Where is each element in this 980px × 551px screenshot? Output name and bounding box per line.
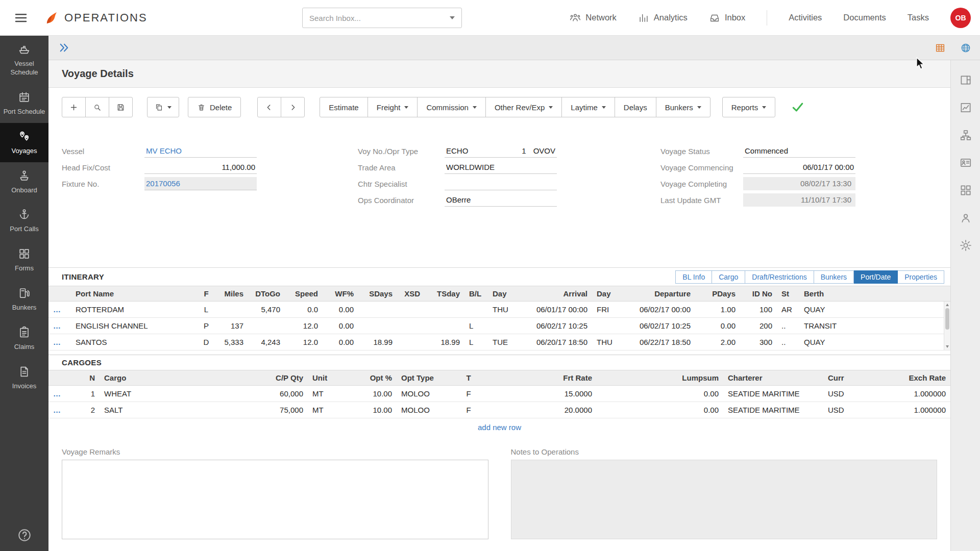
cell-bl[interactable]: L: [464, 334, 488, 350]
cell-miles[interactable]: [216, 302, 248, 318]
cell-frt-rate[interactable]: 20.0000: [483, 402, 597, 418]
cell-tsday[interactable]: 18.99: [425, 334, 464, 350]
delete-button[interactable]: Delete: [188, 97, 241, 117]
cell-arrival-day[interactable]: TUE: [488, 334, 521, 350]
cell-f[interactable]: D: [196, 334, 216, 350]
cell-sdays[interactable]: [358, 302, 397, 318]
scroll-thumb[interactable]: [945, 308, 949, 330]
notes-to-operations-input[interactable]: [511, 460, 938, 539]
add-new-row-link[interactable]: add new row: [48, 418, 950, 436]
cell-exch-rate[interactable]: 1.000000: [863, 386, 950, 402]
sidebar-item-claims[interactable]: Claims: [0, 319, 48, 358]
toolbar-button-estimate[interactable]: Estimate: [320, 97, 368, 117]
search-record-button[interactable]: [85, 97, 109, 117]
cell-bl[interactable]: [464, 302, 488, 318]
cell-opt-pct[interactable]: 10.00: [339, 386, 397, 402]
cell-xsd[interactable]: [397, 318, 425, 334]
sidebar-item-port-schedule[interactable]: Port Schedule: [0, 84, 48, 123]
itinerary-row[interactable]: … ENGLISH CHANNEL P 137 12.0 0.00 L 06/0…: [48, 318, 950, 334]
tool-gear[interactable]: [959, 239, 973, 253]
help-icon[interactable]: [17, 528, 32, 543]
nav-tasks[interactable]: Tasks: [908, 13, 929, 22]
cell-dtogo[interactable]: [248, 318, 285, 334]
cell-pdays[interactable]: 0.00: [695, 318, 740, 334]
cell-arrival[interactable]: 06/20/17 18:50: [521, 334, 592, 350]
tool-grid-tiles[interactable]: [959, 184, 973, 198]
tool-hierarchy[interactable]: [959, 129, 973, 143]
cell-arrival-day[interactable]: [488, 318, 521, 334]
prev-record-button[interactable]: [257, 97, 281, 117]
tab-properties[interactable]: Properties: [898, 270, 944, 284]
cell-arrival-day[interactable]: THU: [488, 302, 521, 318]
cell-xsd[interactable]: [397, 302, 425, 318]
cell-port-name[interactable]: SANTOS: [71, 334, 196, 350]
cell-port-name[interactable]: ENGLISH CHANNEL: [71, 318, 196, 334]
cell-t[interactable]: F: [454, 386, 483, 402]
table-view-icon[interactable]: [935, 42, 946, 54]
ops-coordinator-field[interactable]: OBerre: [445, 193, 557, 207]
sidebar-item-bunkers[interactable]: Bunkers: [0, 280, 48, 319]
cargo-row[interactable]: … 1 WHEAT 60,000 MT 10.00 MOLOO F 15.000…: [48, 386, 950, 402]
cell-sdays[interactable]: 18.99: [358, 334, 397, 350]
trade-area-field[interactable]: WORLDWIDE: [445, 161, 557, 174]
row-menu-button[interactable]: …: [53, 338, 61, 346]
cell-lumpsum[interactable]: 0.00: [597, 386, 723, 402]
cell-miles[interactable]: 5,333: [216, 334, 248, 350]
row-menu-button[interactable]: …: [53, 305, 61, 314]
cell-berth[interactable]: TRANSIT: [799, 318, 950, 334]
nav-activities[interactable]: Activities: [789, 13, 822, 22]
cell-cargo-name[interactable]: SALT: [100, 402, 231, 418]
vessel-field[interactable]: MV ECHO: [144, 144, 257, 158]
cell-wf[interactable]: 0.00: [323, 302, 358, 318]
cell-n[interactable]: 2: [71, 402, 100, 418]
voyno-opr-type-field[interactable]: ECHO 1 OVOV: [445, 144, 557, 158]
cell-f[interactable]: L: [196, 302, 216, 318]
tool-contact-card[interactable]: [959, 156, 973, 170]
cell-departure-day[interactable]: FRI: [592, 302, 625, 318]
cell-berth[interactable]: QUAY: [799, 302, 950, 318]
globe-icon[interactable]: [960, 42, 971, 54]
cell-opt-type[interactable]: MOLOO: [397, 402, 454, 418]
cell-idno[interactable]: 200: [740, 318, 777, 334]
cell-wf[interactable]: 0.00: [323, 318, 358, 334]
voyage-remarks-input[interactable]: [62, 460, 488, 539]
voyage-status-field[interactable]: Commenced: [743, 144, 855, 158]
cell-opt-type[interactable]: MOLOO: [397, 386, 454, 402]
itinerary-row[interactable]: … SANTOS D 5,333 4,243 12.0 0.00 18.99 1…: [48, 334, 950, 350]
scroll-down-icon[interactable]: [946, 345, 949, 348]
cell-curr[interactable]: USD: [823, 402, 863, 418]
cell-dtogo[interactable]: 5,470: [248, 302, 285, 318]
next-record-button[interactable]: [281, 97, 305, 117]
sidebar-item-vessel-schedule[interactable]: Vessel Schedule: [0, 36, 48, 84]
cell-t[interactable]: F: [454, 402, 483, 418]
cell-idno[interactable]: 300: [740, 334, 777, 350]
tool-person-badge[interactable]: [959, 211, 973, 226]
cell-st[interactable]: ..: [777, 318, 799, 334]
voyage-commencing-field[interactable]: 06/01/17 00:00: [743, 161, 855, 174]
row-menu-button[interactable]: …: [53, 406, 61, 414]
toolbar-button-freight[interactable]: Freight: [368, 97, 418, 117]
cell-qty[interactable]: 60,000: [231, 386, 308, 402]
tab-cargo[interactable]: Cargo: [712, 270, 745, 284]
toolbar-button-other-rev-exp[interactable]: Other Rev/Exp: [485, 97, 562, 117]
sidebar-item-voyages[interactable]: Voyages: [0, 123, 48, 162]
copy-button[interactable]: [147, 97, 179, 117]
toolbar-button-commission[interactable]: Commission: [417, 97, 486, 117]
nav-network[interactable]: Network: [570, 12, 617, 23]
cell-tsday[interactable]: [425, 302, 464, 318]
cell-cargo-name[interactable]: WHEAT: [100, 386, 231, 402]
cell-bl[interactable]: L: [464, 318, 488, 334]
fixture-no-field[interactable]: 20170056: [144, 177, 257, 190]
tab-bunkers[interactable]: Bunkers: [814, 270, 854, 284]
toolbar-button-laytime[interactable]: Laytime: [561, 97, 615, 117]
scrollbar[interactable]: [944, 302, 950, 350]
cell-unit[interactable]: MT: [308, 386, 339, 402]
scroll-up-icon[interactable]: [946, 304, 949, 306]
cell-wf[interactable]: 0.00: [323, 334, 358, 350]
cell-departure[interactable]: 06/02/17 10:25: [625, 318, 695, 334]
save-button[interactable]: [109, 97, 133, 117]
cell-miles[interactable]: 137: [216, 318, 248, 334]
cell-st[interactable]: ..: [777, 334, 799, 350]
tab-draft-restrictions[interactable]: Draft/Restrictions: [745, 270, 814, 284]
sidebar-item-port-calls[interactable]: Port Calls: [0, 201, 48, 240]
